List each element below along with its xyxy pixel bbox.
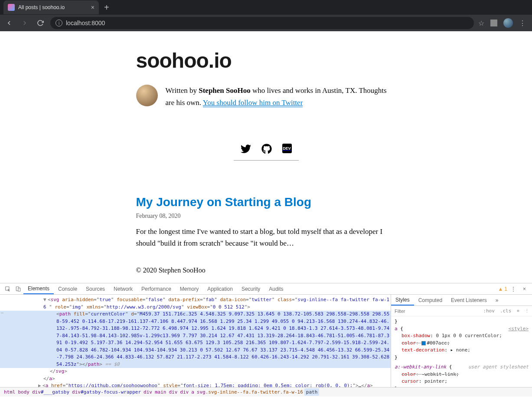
devtools-tab-elements[interactable]: Elements bbox=[23, 283, 54, 294]
css-prop-text-decoration[interactable]: text-decoration: ▸ none; bbox=[395, 347, 529, 354]
back-button[interactable] bbox=[3, 17, 15, 29]
styles-filter-input[interactable] bbox=[391, 307, 480, 315]
twitter-icon bbox=[241, 144, 251, 154]
devtools-close-icon[interactable]: × bbox=[519, 286, 529, 292]
blog-post-summary: My Journey on Starting a Blog February 0… bbox=[136, 195, 396, 249]
crumb-a[interactable]: a bbox=[190, 389, 196, 395]
svg-rect-2 bbox=[18, 288, 20, 292]
url-text: localhost:8000 bbox=[66, 20, 105, 26]
menu-icon[interactable]: ⋮ bbox=[519, 19, 526, 27]
toggle-cls[interactable]: .cls bbox=[497, 308, 514, 314]
toggle-hov[interactable]: :hov bbox=[480, 308, 497, 314]
css-prop-box-shadow[interactable]: box-shadow: 0 1px 0 0 currentColor; bbox=[395, 332, 529, 340]
browser-chrome: All posts | soohoo.io × + i localhost:80… bbox=[0, 0, 532, 31]
styles-tab-event-listeners[interactable]: Event Listeners bbox=[447, 295, 491, 305]
tab-bar: All posts | soohoo.io × + bbox=[0, 0, 532, 15]
tab-title: All posts | soohoo.io bbox=[18, 4, 88, 10]
css-prop-color[interactable]: color: #007acc; bbox=[395, 340, 529, 347]
devtools-tabs: ElementsConsoleSourcesNetworkPerformance… bbox=[0, 283, 532, 295]
close-tab-icon[interactable]: × bbox=[91, 4, 95, 11]
site-info-icon[interactable]: i bbox=[55, 20, 62, 26]
crumb-html[interactable]: html bbox=[3, 389, 17, 395]
crumb-div[interactable]: div#___gatsby bbox=[31, 389, 71, 395]
bookmark-icon[interactable]: ☆ bbox=[478, 19, 484, 27]
url-input[interactable]: i localhost:8000 bbox=[50, 17, 474, 29]
elements-tree[interactable]: … ▼<svg aria-hidden="true" focusable="fa… bbox=[0, 295, 391, 387]
toolbar-right: ☆ ⋮ bbox=[478, 18, 529, 28]
device-toggle-icon[interactable] bbox=[13, 286, 23, 292]
styles-tab-styles[interactable]: Styles bbox=[391, 295, 414, 305]
profile-avatar-icon[interactable] bbox=[503, 18, 513, 28]
devtools-tab-console[interactable]: Console bbox=[54, 283, 82, 294]
devtools-settings-icon[interactable]: ⋮ bbox=[507, 286, 519, 292]
new-style-rule[interactable]: + bbox=[514, 308, 522, 314]
devtools-tab-security[interactable]: Security bbox=[237, 283, 264, 294]
inspect-icon[interactable] bbox=[3, 286, 13, 292]
devtools-tab-sources[interactable]: Sources bbox=[82, 283, 109, 294]
extension-icon[interactable] bbox=[490, 20, 497, 26]
styles-panel: StylesComputedEvent Listeners» :hov .cls… bbox=[391, 295, 532, 387]
styles-more-icon[interactable]: ⋮ bbox=[522, 308, 532, 314]
css-prop-color[interactable]: color: -webkit-link; bbox=[395, 371, 529, 378]
crumb-div[interactable]: div bbox=[142, 389, 153, 395]
devtools-panel: ElementsConsoleSourcesNetworkPerformance… bbox=[0, 283, 532, 397]
new-tab-button[interactable]: + bbox=[99, 3, 114, 13]
breadcrumb[interactable]: htmlbodydiv#___gatsbydiv#gatsby-focus-wr… bbox=[0, 387, 532, 397]
devtools-tab-memory[interactable]: Memory bbox=[176, 283, 203, 294]
css-prop-cursor[interactable]: cursor: pointer; bbox=[395, 378, 529, 385]
crumb-body[interactable]: body bbox=[17, 389, 31, 395]
crumb-div[interactable]: div bbox=[167, 389, 179, 395]
styles-tabs-more[interactable]: » bbox=[491, 295, 503, 305]
post-title-link[interactable]: My Journey on Starting a Blog bbox=[136, 195, 311, 209]
reload-button[interactable] bbox=[35, 17, 46, 29]
crumb-svg[interactable]: svg.svg-inline--fa.fa-twitter.fa-w-16 bbox=[196, 389, 304, 395]
crumb-div[interactable]: div bbox=[179, 389, 190, 395]
browser-tab[interactable]: All posts | soohoo.io × bbox=[3, 0, 99, 14]
devtools-tab-performance[interactable]: Performance bbox=[137, 283, 176, 294]
devtools-tab-audits[interactable]: Audits bbox=[264, 283, 287, 294]
post-date: February 08, 2020 bbox=[136, 213, 396, 220]
devtools-tab-network[interactable]: Network bbox=[109, 283, 137, 294]
github-icon bbox=[261, 144, 272, 154]
author-name: Stephen SooHoo bbox=[199, 86, 251, 95]
devtools-tab-application[interactable]: Application bbox=[203, 283, 237, 294]
twitter-link[interactable] bbox=[241, 144, 251, 156]
crumb-main[interactable]: main bbox=[153, 389, 168, 395]
forward-button[interactable] bbox=[19, 17, 30, 29]
warning-badge[interactable]: ▲ 1 bbox=[498, 286, 507, 292]
styles-tab-computed[interactable]: Computed bbox=[414, 295, 447, 305]
github-link[interactable] bbox=[261, 144, 272, 156]
devto-link[interactable]: DEV bbox=[282, 144, 292, 156]
page-footer: © 2020 Stephen SooHoo bbox=[136, 266, 396, 274]
social-links: DEV bbox=[234, 144, 299, 161]
site-title: soohoo.io bbox=[136, 49, 396, 72]
author-avatar bbox=[136, 85, 158, 106]
page-content: soohoo.io Written by Stephen SooHoo who … bbox=[0, 31, 532, 283]
crumb-div[interactable]: div#gatsby-focus-wrapper bbox=[71, 389, 142, 395]
devto-icon: DEV bbox=[282, 144, 292, 153]
address-bar: i localhost:8000 ☆ ⋮ bbox=[0, 15, 532, 31]
favicon bbox=[8, 4, 15, 11]
selected-element[interactable]: <path fill="currentColor" d="M459.37 151… bbox=[0, 311, 391, 368]
bio-text: Written by Stephen SooHoo who lives and … bbox=[166, 85, 396, 109]
styles-rules[interactable]: } <style> a { box-shadow: 0 1px 0 0 curr… bbox=[391, 316, 532, 387]
crumb-path[interactable]: path bbox=[304, 388, 320, 396]
twitter-follow-link[interactable]: You should follow him on Twitter bbox=[203, 99, 303, 107]
post-excerpt: For the longest time I've wanted to star… bbox=[136, 226, 396, 249]
author-bio: Written by Stephen SooHoo who lives and … bbox=[136, 85, 396, 109]
